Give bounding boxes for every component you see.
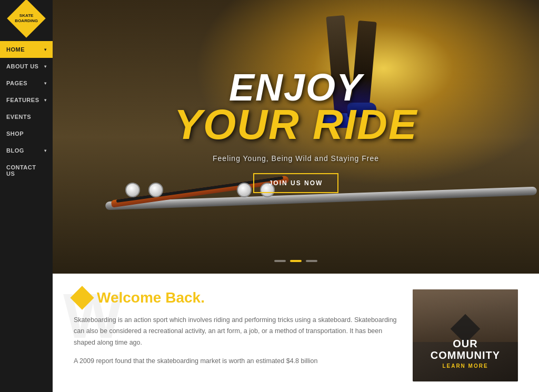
welcome-section: W Welcome Back. Skateboarding is an acti… — [74, 289, 397, 376]
hero-section: ENJOY YOUR RIDE Feeling Young, Being Wil… — [53, 0, 539, 274]
hero-subtitle: Feeling Young, Being Wild and Staying Fr… — [164, 154, 427, 163]
sidebar: SKATE BOARDING HOME ▾ ABOUT US ▾ PAGES ▾… — [0, 0, 53, 392]
welcome-title: Welcome Back. — [97, 289, 205, 306]
sidebar-item-home[interactable]: HOME ▾ — [0, 41, 53, 58]
community-label-line2: COMMUNITY — [431, 349, 500, 361]
below-hero-section: W Welcome Back. Skateboarding is an acti… — [53, 274, 539, 392]
chevron-down-icon: ▾ — [44, 64, 47, 69]
main-content: ENJOY YOUR RIDE Feeling Young, Being Wil… — [53, 0, 539, 392]
wheel-2 — [148, 183, 163, 197]
welcome-paragraph-2: A 2009 report found that the skateboardi… — [74, 356, 397, 367]
community-card[interactable]: OUR COMMUNITY LEARN MORE — [413, 289, 518, 381]
community-text: OUR COMMUNITY LEARN MORE — [431, 338, 500, 369]
join-us-button[interactable]: JOIN US NOW — [253, 173, 339, 193]
welcome-paragraph-1: Skateboarding is an action sport which i… — [74, 315, 397, 348]
slide-dots — [274, 260, 317, 262]
sidebar-item-shop[interactable]: SHOP — [0, 125, 53, 142]
sidebar-item-contact[interactable]: CONTACT US — [0, 159, 53, 182]
slide-dot-2[interactable] — [290, 260, 302, 262]
chevron-down-icon: ▾ — [44, 81, 47, 86]
chevron-down-icon: ▾ — [44, 47, 47, 52]
sidebar-item-features[interactable]: FEATURES ▾ — [0, 92, 53, 108]
sidebar-item-about[interactable]: ABOUT US ▾ — [0, 58, 53, 75]
chevron-down-icon: ▾ — [44, 148, 47, 153]
logo: SKATE BOARDING — [0, 0, 53, 37]
diamond-icon — [70, 286, 94, 309]
slide-dot-1[interactable] — [274, 260, 286, 262]
welcome-heading: Welcome Back. — [74, 289, 397, 306]
chevron-down-icon: ▾ — [44, 98, 47, 103]
logo-text: SKATE BOARDING — [15, 13, 38, 23]
sidebar-item-blog[interactable]: BLOG ▾ — [0, 142, 53, 159]
logo-diamond: SKATE BOARDING — [7, 0, 46, 38]
slide-dot-3[interactable] — [306, 260, 317, 262]
hero-text-block: ENJOY YOUR RIDE Feeling Young, Being Wil… — [164, 68, 427, 193]
wheel-1 — [125, 183, 140, 197]
sidebar-item-events[interactable]: EVENTS — [0, 108, 53, 125]
sidebar-item-pages[interactable]: PAGES ▾ — [0, 75, 53, 92]
nav-menu: HOME ▾ ABOUT US ▾ PAGES ▾ FEATURES ▾ EVE… — [0, 41, 53, 182]
community-learn-more[interactable]: LEARN MORE — [431, 363, 500, 369]
hero-title-line2: YOUR RIDE — [164, 104, 427, 146]
community-label-line1: OUR — [431, 338, 500, 349]
